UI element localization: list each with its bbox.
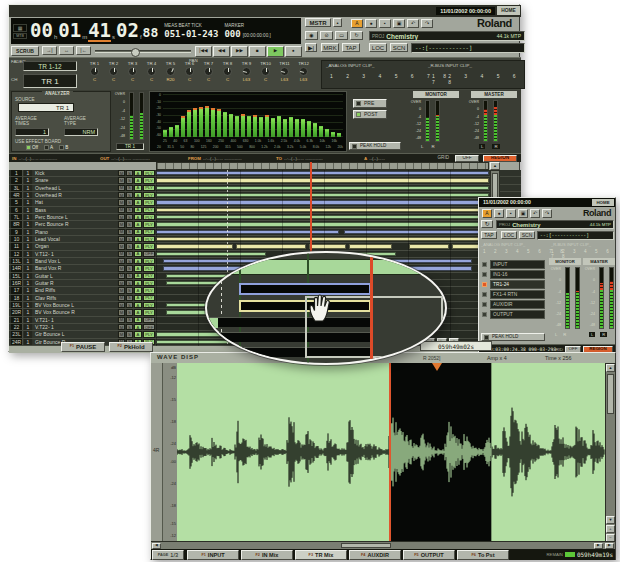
- tab-auxdir[interactable]: F4AUXDIR: [349, 550, 401, 560]
- track-mute-button[interactable]: M: [118, 243, 125, 249]
- scn-button[interactable]: SCN: [390, 43, 408, 52]
- track-vtrack[interactable]: 1: [24, 214, 32, 220]
- track-number[interactable]: 17: [11, 287, 23, 293]
- track-mute-button[interactable]: M: [118, 302, 125, 308]
- tab-to-pst[interactable]: F6To Pst: [457, 550, 509, 560]
- track-status-button[interactable]: OFF: [143, 251, 155, 257]
- track-status-button[interactable]: PLY: [143, 295, 155, 301]
- track-vtrack[interactable]: 1: [24, 302, 32, 308]
- track-status-button[interactable]: PLY: [143, 207, 155, 213]
- track-status-button[interactable]: PLY: [143, 221, 155, 227]
- track-auto-button[interactable]: A: [134, 324, 142, 330]
- track-number[interactable]: 9: [11, 229, 23, 235]
- track-solo-button[interactable]: S: [126, 273, 133, 279]
- shuttle-slider-track[interactable]: [95, 50, 191, 53]
- w2-loc-button[interactable]: LOC: [501, 231, 517, 239]
- step-icon-button[interactable]: ▶|: [305, 43, 317, 52]
- rec-button-1[interactable]: ●: [365, 19, 377, 28]
- step-button-2[interactable]: |←: [76, 46, 91, 55]
- track-vtrack[interactable]: 1: [24, 185, 32, 191]
- audio-clip[interactable]: [156, 222, 489, 226]
- track-auto-button[interactable]: A: [134, 221, 142, 227]
- track-status-button[interactable]: PLY: [143, 170, 155, 176]
- track-vtrack[interactable]: 1: [24, 295, 32, 301]
- track-solo-button[interactable]: S: [126, 243, 133, 249]
- track-name[interactable]: Overhead L: [33, 185, 117, 191]
- track-solo-button[interactable]: S: [126, 192, 133, 198]
- track-mute-button[interactable]: M: [118, 199, 125, 205]
- audio-clip[interactable]: [156, 200, 489, 204]
- shuttle-slider-thumb[interactable]: [131, 48, 140, 57]
- track-solo-button[interactable]: S: [126, 331, 133, 337]
- track-name[interactable]: Perc Bounce L: [33, 214, 117, 220]
- track-vtrack[interactable]: 1: [24, 236, 32, 242]
- track-mute-button[interactable]: M: [118, 265, 125, 271]
- tab-output[interactable]: F5OUTPUT: [403, 550, 455, 560]
- track-mute-button[interactable]: M: [118, 324, 125, 330]
- track-vtrack[interactable]: 1: [24, 287, 32, 293]
- scroll-up-button[interactable]: ▲: [490, 162, 500, 170]
- track-solo-button[interactable]: S: [126, 324, 133, 330]
- source-item-in1-16[interactable]: IN1-16: [481, 270, 545, 279]
- track-solo-button[interactable]: S: [126, 236, 133, 242]
- track-auto-button[interactable]: A: [134, 177, 142, 183]
- w2-loop-button[interactable]: ↻: [481, 220, 493, 228]
- track-number[interactable]: 10: [11, 236, 23, 242]
- w2-scn-button[interactable]: SCN: [519, 231, 535, 239]
- track-auto-button[interactable]: A: [134, 251, 142, 257]
- track-mute-button[interactable]: M: [118, 258, 125, 264]
- track-vtrack[interactable]: 1: [24, 331, 32, 337]
- track-status-button[interactable]: PLY: [143, 185, 155, 191]
- track-status-button[interactable]: PLY: [143, 199, 155, 205]
- track-mute-button[interactable]: M: [118, 251, 125, 257]
- track-mute-button[interactable]: M: [118, 229, 125, 235]
- track-name[interactable]: V.T22- 1: [33, 324, 117, 330]
- loc-button[interactable]: LOC: [369, 43, 387, 52]
- tab-in-mix[interactable]: F2IN Mix: [241, 550, 293, 560]
- audio-clip[interactable]: [156, 178, 489, 182]
- tab-input[interactable]: F1INPUT: [187, 550, 239, 560]
- audio-clip[interactable]: [156, 252, 266, 256]
- rec-button-4[interactable]: ↶: [530, 209, 540, 218]
- track-auto-button[interactable]: A: [134, 317, 142, 323]
- track-solo-button[interactable]: S: [126, 170, 133, 176]
- track-solo-button[interactable]: S: [126, 280, 133, 286]
- rec-button-2[interactable]: ▪: [379, 19, 391, 28]
- track-solo-button[interactable]: S: [126, 207, 133, 213]
- mstr-led-button[interactable]: •: [333, 18, 342, 27]
- track-mute-button[interactable]: M: [118, 177, 125, 183]
- track-status-button[interactable]: PLY: [143, 331, 155, 337]
- pan-knob[interactable]: [109, 67, 118, 76]
- track-lane[interactable]: [156, 243, 489, 249]
- track-name[interactable]: Band Vox L: [33, 258, 117, 264]
- track-solo-button[interactable]: S: [126, 265, 133, 271]
- track-name[interactable]: BV Vox Bounce L: [33, 302, 117, 308]
- track-auto-button[interactable]: A: [134, 258, 142, 264]
- pan-knob[interactable]: [223, 67, 232, 76]
- home-button[interactable]: HOME: [497, 6, 520, 15]
- track-lane[interactable]: [156, 236, 489, 242]
- audio-clip[interactable]: [409, 244, 449, 248]
- track-solo-button[interactable]: S: [126, 258, 133, 264]
- pan-knob[interactable]: [204, 67, 213, 76]
- util-button-2[interactable]: ▭: [335, 31, 348, 40]
- pan-knob[interactable]: [242, 67, 251, 76]
- pan-knob[interactable]: [299, 67, 308, 76]
- track-name[interactable]: Guitar L: [33, 273, 117, 279]
- track-name[interactable]: End Riffs: [33, 287, 117, 293]
- track-name[interactable]: Kick: [33, 170, 117, 176]
- track-name[interactable]: Perc Bounce R: [33, 221, 117, 227]
- track-number[interactable]: 6: [11, 207, 23, 213]
- w2-tap-button[interactable]: TAP: [481, 231, 497, 239]
- track-name[interactable]: Gtr Bounce L: [33, 331, 117, 337]
- track-status-button[interactable]: PLY: [143, 273, 155, 279]
- timeline-ruler[interactable]: [156, 162, 489, 170]
- track-lane[interactable]: [156, 221, 489, 227]
- track-lane[interactable]: [156, 192, 489, 198]
- track-vtrack[interactable]: 1: [24, 192, 32, 198]
- source-item-input[interactable]: INPUT: [481, 260, 545, 269]
- track-vtrack[interactable]: 1: [24, 324, 32, 330]
- track-auto-button[interactable]: A: [134, 331, 142, 337]
- track-number[interactable]: 18: [11, 295, 23, 301]
- avg-type-value[interactable]: NRM: [64, 128, 98, 136]
